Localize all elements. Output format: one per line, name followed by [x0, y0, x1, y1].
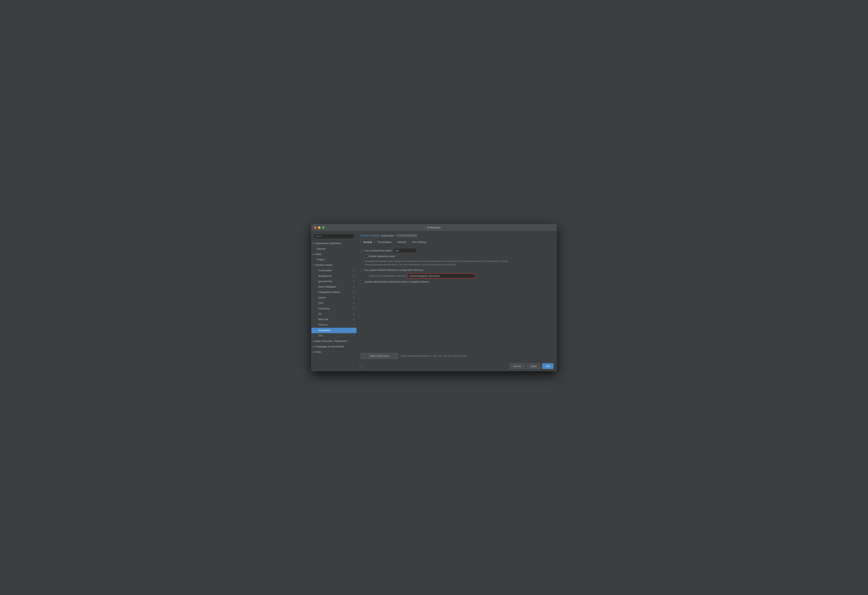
tabs: General Presentation Network SSH Setting…: [360, 239, 553, 244]
use-command-line-checkbox[interactable]: [360, 249, 363, 252]
breadcrumb: Version Control › Subversion ⊙ For curre…: [360, 234, 553, 237]
breadcrumb-parent[interactable]: Version Control: [360, 234, 379, 237]
sidebar-item-background[interactable]: Background ⊞: [311, 273, 357, 279]
clear-cache-description: Delete all stored credentials for 'http'…: [400, 355, 467, 357]
maximize-button[interactable]: [322, 226, 325, 229]
search-input[interactable]: [313, 234, 355, 239]
breadcrumb-separator: ›: [379, 234, 380, 237]
arrow-icon: ▶: [313, 253, 314, 256]
ok-button[interactable]: OK: [542, 363, 554, 369]
sidebar-item-build-execution-deployment[interactable]: ▶ Build, Execution, Deployment: [311, 339, 357, 344]
arrow-icon: ▼: [313, 264, 315, 267]
page-icon: ⊞: [353, 269, 355, 272]
footer: ? Cancel Apply OK: [357, 361, 557, 371]
page-icon: ⊞: [353, 312, 355, 316]
use-system-default-label[interactable]: Use system default Subversion configurat…: [360, 269, 423, 271]
arrow-icon: ▶: [313, 340, 314, 343]
enable-interactive-checkbox[interactable]: [365, 255, 368, 258]
sidebar-item-issue-navigation[interactable]: Issue Navigation ⊞: [311, 284, 357, 290]
page-icon: ⊞: [353, 291, 355, 294]
sidebar-item-perforce[interactable]: Perforce ⊞: [311, 322, 357, 328]
sidebar-item-mercurial[interactable]: Mercurial ⊞: [311, 317, 357, 322]
use-command-line-row: Use command line client:: [360, 248, 553, 253]
page-icon: ⊞: [353, 323, 355, 327]
page-icon: ⊞: [353, 280, 355, 283]
sidebar-item-changelist-conflicts[interactable]: Changelist Conflicts ⊞: [311, 290, 357, 295]
interactive-mode-description: Emulates the behavior when Subversion co…: [365, 259, 527, 267]
page-icon: ⊞: [353, 302, 355, 305]
footer-buttons: Cancel Apply OK: [509, 363, 554, 369]
sidebar-item-tfs[interactable]: TFS ⊞: [311, 333, 357, 339]
page-icon: ⊞: [353, 307, 355, 310]
tab-presentation[interactable]: Presentation: [375, 239, 394, 245]
use-command-line-label[interactable]: Use command line client:: [360, 249, 392, 252]
clear-auth-cache-button[interactable]: Clear Auth Cache: [360, 353, 398, 359]
minimize-button[interactable]: [318, 226, 320, 229]
page-icon: ⊞: [353, 328, 355, 332]
update-admin-label[interactable]: Update administrative information only i…: [360, 280, 429, 283]
command-line-input[interactable]: [393, 248, 416, 253]
sidebar-item-cvs[interactable]: CVS ⊞: [311, 300, 357, 306]
project-icon: ⊙: [397, 234, 399, 237]
page-icon: ⊞: [353, 296, 355, 300]
page-icon: ⊞: [353, 274, 355, 278]
breadcrumb-project: ⊙ For current project: [396, 234, 418, 237]
update-admin-row: Update administrative information only i…: [360, 280, 553, 283]
sidebar-item-keymap[interactable]: Keymap: [311, 246, 357, 252]
sidebar-item-confirmation[interactable]: Confirmation ⊞: [311, 268, 357, 273]
bottom-bar: Clear Auth Cache Delete all stored crede…: [357, 351, 557, 361]
cancel-button[interactable]: Cancel: [509, 363, 525, 369]
sidebar-item-ignored-files[interactable]: Ignored Files ⊞: [311, 279, 357, 284]
window-title: Preferences: [427, 226, 441, 229]
panel-body: Use command line client: Enable interact…: [357, 245, 557, 351]
sidebar: ▶ Appearance & Behavior Keymap ▶ Editor …: [311, 231, 357, 371]
arrow-icon: ▶: [313, 242, 314, 245]
sidebar-item-clearcase[interactable]: ClearCase ⊞: [311, 306, 357, 311]
traffic-lights: [314, 226, 325, 229]
sidebar-item-tools[interactable]: ▶ Tools: [311, 349, 357, 355]
content-area: ▶ Appearance & Behavior Keymap ▶ Editor …: [311, 231, 557, 371]
page-icon: ⊞: [353, 285, 355, 289]
sidebar-item-editor[interactable]: ▶ Editor: [311, 252, 357, 257]
sidebar-item-languages-frameworks[interactable]: ▶ Languages & Frameworks: [311, 344, 357, 349]
page-icon: ⊞: [353, 334, 355, 337]
config-directory-label: Subversion configuration directory: [360, 274, 406, 277]
panel-header: Version Control › Subversion ⊙ For curre…: [357, 231, 557, 245]
enable-interactive-row: Enable interactive mode: [365, 255, 553, 258]
use-system-default-checkbox[interactable]: [360, 269, 363, 271]
arrow-icon: ▶: [313, 351, 314, 353]
sidebar-item-subversion[interactable]: Subversion ⊞: [311, 328, 357, 333]
config-directory-row: Subversion configuration directory: [360, 273, 553, 278]
sidebar-item-git[interactable]: Git ⊞: [311, 311, 357, 317]
use-system-default-row: Use system default Subversion configurat…: [360, 269, 553, 271]
help-button[interactable]: ?: [360, 364, 364, 368]
titlebar: Preferences: [311, 224, 557, 231]
sidebar-item-github[interactable]: GitHub ⊞: [311, 295, 357, 300]
tab-general[interactable]: General: [360, 239, 375, 245]
sidebar-item-appearance-behavior[interactable]: ▶ Appearance & Behavior: [311, 241, 357, 246]
breadcrumb-current: Subversion: [381, 234, 394, 237]
config-directory-input[interactable]: [407, 273, 475, 278]
close-button[interactable]: [314, 226, 316, 229]
sidebar-item-version-control[interactable]: ▼ Version Control: [311, 262, 357, 268]
apply-button[interactable]: Apply: [527, 363, 541, 369]
enable-interactive-label[interactable]: Enable interactive mode: [365, 255, 395, 258]
arrow-icon: ▶: [313, 345, 314, 348]
main-panel: Version Control › Subversion ⊙ For curre…: [357, 231, 557, 371]
sidebar-item-plugins[interactable]: Plugins: [311, 257, 357, 262]
page-icon: ⊞: [353, 318, 355, 321]
tab-network[interactable]: Network: [394, 239, 409, 245]
update-admin-checkbox[interactable]: [360, 280, 363, 283]
preferences-window: Preferences ▶ Appearance & Behavior Keym…: [311, 224, 557, 371]
tab-ssh-settings[interactable]: SSH Settings: [409, 239, 429, 245]
